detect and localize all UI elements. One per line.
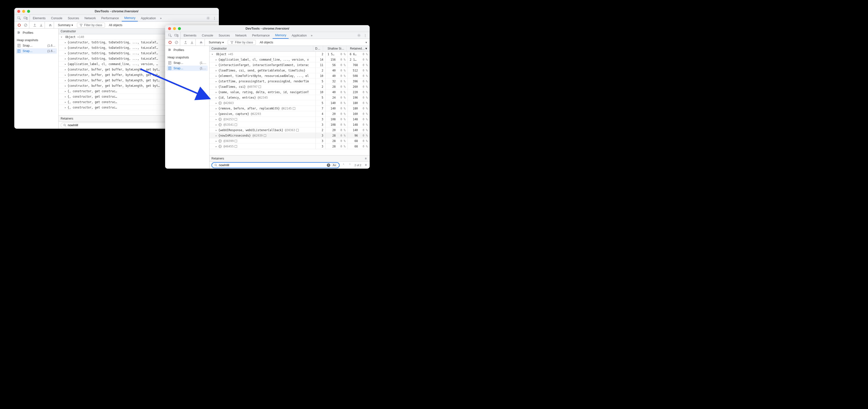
scope-select[interactable]: All objects (107, 23, 124, 27)
disclosure-icon[interactable] (215, 134, 218, 137)
minimize-window-icon[interactable] (22, 10, 25, 13)
disclosure-icon[interactable] (215, 69, 218, 72)
clear-icon[interactable] (24, 23, 28, 27)
tab-network[interactable]: Network (82, 15, 98, 22)
disclosure-icon[interactable] (215, 85, 218, 88)
prev-match-icon[interactable]: ˄ (342, 163, 345, 167)
heap-row[interactable]: {} @34253 3 108 0 % 148 0 % (210, 117, 370, 122)
disclosure-icon[interactable] (212, 53, 214, 56)
disclosure-icon[interactable] (65, 73, 67, 77)
tab-memory[interactable]: Memory (273, 32, 288, 39)
tab-console[interactable]: Console (49, 15, 65, 22)
disclosure-icon[interactable] (65, 57, 67, 60)
disclosure-icon[interactable] (215, 139, 218, 143)
gear-icon[interactable] (206, 16, 210, 20)
download-icon[interactable] (190, 40, 194, 45)
disclosure-icon[interactable] (215, 58, 218, 61)
tab-performance[interactable]: Performance (99, 15, 122, 22)
class-filter[interactable]: Filter by class (228, 40, 255, 45)
upload-icon[interactable] (184, 40, 188, 45)
gc-icon[interactable] (199, 40, 203, 45)
gc-icon[interactable] (48, 23, 52, 27)
kebab-menu-icon[interactable]: ⋮ (212, 16, 216, 20)
scope-select[interactable]: All objects (258, 41, 275, 44)
search-input-wrap[interactable]: ✕ Aa (212, 162, 340, 168)
case-toggle[interactable]: Aa (332, 164, 337, 167)
download-icon[interactable] (39, 23, 43, 27)
disclosure-icon[interactable] (215, 118, 218, 121)
heap-row[interactable]: {webUIResponse, webUIListenerCallback} @… (210, 127, 370, 133)
disclosure-icon[interactable] (65, 106, 67, 109)
heap-row[interactable]: {remove, before, after, replaceWith} @62… (210, 106, 370, 111)
search-input[interactable] (219, 164, 325, 167)
tab-network[interactable]: Network (233, 32, 249, 39)
heap-row[interactable]: {} @42663 5 140 0 % 180 0 % (210, 100, 370, 106)
zoom-window-icon[interactable] (27, 10, 30, 13)
disclosure-icon[interactable] (65, 89, 67, 93)
snapshot-item[interactable]: Snap… (1.6… (14, 43, 58, 48)
disclosure-icon[interactable] (215, 80, 218, 83)
disclosure-icon[interactable] (65, 68, 67, 71)
heap-row[interactable]: {} @53541 3 108 0 % 148 0 % (210, 122, 370, 127)
close-window-icon[interactable] (17, 10, 20, 13)
disclosure-icon[interactable] (65, 46, 67, 50)
snapshot-item[interactable]: Snap… (1.… (165, 60, 209, 65)
device-toggle-icon[interactable] (175, 33, 179, 37)
disclosure-icon[interactable] (65, 84, 67, 88)
upload-icon[interactable] (33, 23, 37, 27)
heap-row[interactable]: {interactionTarget, interactionTargetEle… (210, 62, 370, 68)
heap-row[interactable]: {startTime, processingStart, processingE… (210, 79, 370, 84)
snapshot-item[interactable]: Snap… (1.… (166, 65, 208, 71)
disclosure-icon[interactable] (65, 79, 67, 82)
close-window-icon[interactable] (168, 27, 171, 30)
heap-row[interactable]: {loadTimes, csi} @49707 2 28 0 % 260 0 % (210, 84, 370, 89)
col-retained[interactable]: Retained…▼ (346, 46, 370, 51)
heap-row[interactable]: {} @46455 3 28 0 % 68 0 % (210, 144, 370, 149)
kebab-menu-icon[interactable]: ⋮ (363, 33, 367, 37)
disclosure-icon[interactable] (65, 41, 67, 44)
next-match-icon[interactable]: ˅ (348, 163, 352, 167)
disclosure-icon[interactable] (215, 90, 218, 94)
heap-row[interactable]: {id, latency, entries} @62345 5 24 0 % 1… (210, 95, 370, 100)
minimize-window-icon[interactable] (173, 27, 176, 30)
disclosure-icon[interactable] (65, 52, 67, 55)
inspect-icon[interactable] (168, 33, 172, 37)
heap-row[interactable]: {} @38399 3 28 0 % 68 0 % (210, 138, 370, 144)
disclosure-icon[interactable] (215, 96, 218, 99)
heap-row[interactable]: {nowInMicroseconds} @62039 3 28 0 % 96 0… (210, 133, 370, 138)
disclosure-icon[interactable] (215, 63, 218, 67)
disclosure-icon[interactable] (215, 101, 218, 105)
heap-row[interactable]: {loadTimes, csi, send, getVariableValue,… (210, 68, 370, 73)
disclosure-icon[interactable] (215, 74, 218, 78)
inspect-icon[interactable] (17, 16, 21, 20)
tab-performance[interactable]: Performance (250, 32, 272, 39)
view-select[interactable]: Summary ▾ (56, 23, 75, 27)
chevron-down-icon[interactable]: ▾ (364, 40, 368, 45)
heap-row[interactable]: {application_label, cl, command_line, ..… (210, 57, 370, 62)
more-tabs-icon[interactable]: » (159, 16, 163, 20)
heap-row[interactable]: {passive, capture} @62293 4 20 0 % 160 0… (210, 111, 370, 117)
disclosure-icon[interactable] (65, 100, 67, 104)
class-filter[interactable]: Filter by class (77, 23, 105, 28)
close-search-icon[interactable]: ✕ (364, 163, 368, 167)
tab-memory[interactable]: Memory (122, 15, 138, 22)
disclosure-icon[interactable] (65, 95, 67, 98)
disclosure-icon[interactable] (215, 145, 218, 148)
tab-sources[interactable]: Sources (65, 15, 82, 22)
view-select[interactable]: Summary ▾ (207, 41, 226, 44)
more-tabs-icon[interactable]: » (310, 33, 314, 37)
disclosure-icon[interactable] (215, 107, 218, 110)
tab-elements[interactable]: Elements (30, 15, 48, 22)
clear-icon[interactable] (175, 40, 179, 45)
disclosure-icon[interactable] (215, 112, 218, 116)
record-icon[interactable] (17, 23, 21, 27)
col-shallow[interactable]: Shallow Si… (323, 46, 346, 51)
disclosure-icon[interactable] (65, 62, 67, 66)
col-distance[interactable]: Di… (313, 46, 323, 51)
disclosure-icon[interactable] (215, 128, 218, 132)
tab-sources[interactable]: Sources (216, 32, 232, 39)
tab-application[interactable]: Application (138, 15, 158, 22)
tab-console[interactable]: Console (199, 32, 216, 39)
object-parent-row[interactable]: Object ×45 2 1 556 0 % 6 616 0 % (210, 52, 370, 57)
clear-search-icon[interactable]: ✕ (327, 164, 330, 167)
